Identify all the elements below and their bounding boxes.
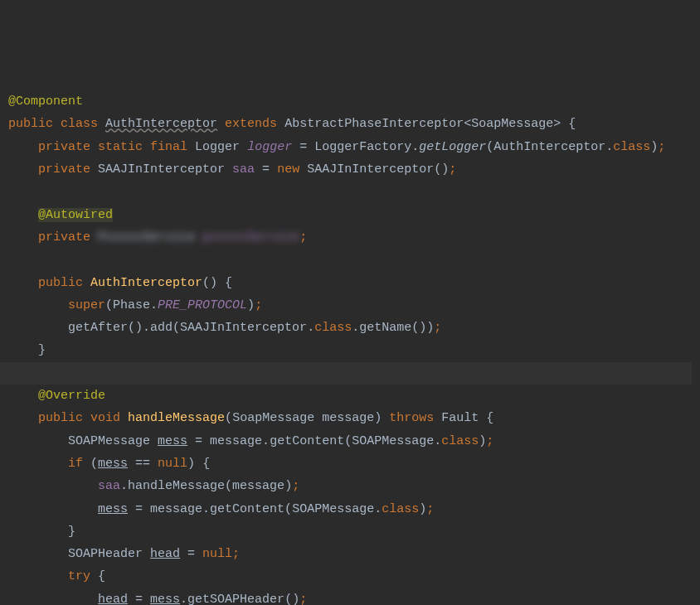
line-7: private PxxxxxService pxxxxxService; bbox=[8, 230, 307, 244]
line-19: mess = message.getContent(SOAPMessage.cl… bbox=[8, 502, 434, 516]
method-handlemessage: handleMessage bbox=[128, 411, 225, 425]
annotation-autowired: @Autowired bbox=[38, 208, 113, 222]
line-18: saa.handleMessage(message); bbox=[8, 479, 299, 493]
line-11: getAfter().add(SAAJInInterceptor.class.g… bbox=[8, 321, 441, 335]
annotation-component: @Component bbox=[8, 94, 83, 109]
line-4: private SAAJInInterceptor saa = new SAAJ… bbox=[8, 162, 456, 177]
line-16: SOAPMessage mess = message.getContent(SO… bbox=[8, 434, 493, 448]
annotation-override: @Override bbox=[38, 389, 105, 403]
line-empty-highlighted bbox=[0, 362, 692, 385]
line-21: SOAPHeader head = null; bbox=[8, 547, 240, 561]
class-name: AuthInterceptor bbox=[105, 117, 217, 131]
line-20: } bbox=[8, 525, 75, 539]
line-empty-1 bbox=[8, 185, 16, 199]
line-12: } bbox=[8, 343, 46, 357]
line-empty-2 bbox=[8, 253, 16, 267]
line-3: private static final Logger logger = Log… bbox=[8, 140, 665, 154]
line-2: public class AuthInterceptor extends Abs… bbox=[8, 117, 576, 131]
code-editor[interactable]: @Component public class AuthInterceptor … bbox=[8, 90, 700, 605]
line-15: public void handleMessage(SoapMessage me… bbox=[8, 411, 493, 425]
blurred-field: pxxxxxService bbox=[202, 230, 299, 244]
line-10: super(Phase.PRE_PROTOCOL); bbox=[8, 298, 262, 312]
blurred-type: PxxxxxService bbox=[98, 230, 195, 244]
line-6: @Autowired bbox=[8, 208, 113, 222]
line-9: public AuthInterceptor() { bbox=[8, 276, 232, 290]
line-17: if (mess == null) { bbox=[8, 457, 210, 471]
constructor-name: AuthInterceptor bbox=[90, 276, 202, 290]
line-23: head = mess.getSOAPHeader(); bbox=[8, 593, 307, 605]
line-1: @Component bbox=[8, 94, 83, 109]
line-22: try { bbox=[8, 569, 105, 583]
line-14: @Override bbox=[8, 389, 105, 403]
